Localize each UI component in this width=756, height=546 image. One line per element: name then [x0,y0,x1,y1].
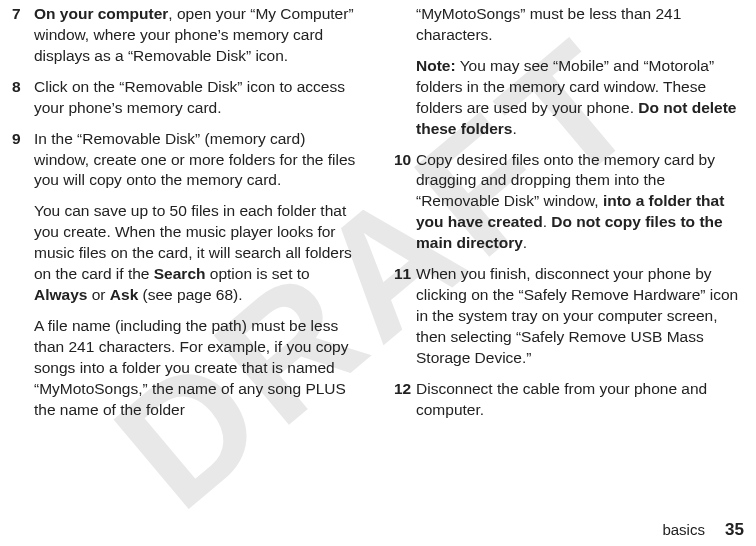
page-footer: basics 35 [662,520,744,540]
lead-bold: On your computer [34,5,168,22]
cont-p1: “MyMotoSongs” must be less than 241 char… [416,4,744,46]
text: option is set to [205,265,309,282]
search-label: Search [154,265,206,282]
always-label: Always [34,286,87,303]
step-9: 9 In the “Removable Disk” (memory card) … [12,129,362,421]
page-number: 35 [725,520,744,539]
step-10: 10 Copy desired files onto the memory ca… [394,150,744,255]
note-label: Note: [416,57,456,74]
text: . [523,234,527,251]
step-9-p1: In the “Removable Disk” (memory card) wi… [34,129,362,192]
text: (see page 68). [138,286,242,303]
step-7: 7 On your computer, open your “My Comput… [12,4,362,67]
step-body: “MyMotoSongs” must be less than 241 char… [416,4,744,140]
step-number: 12 [394,379,416,421]
step-8-text: Click on the “Removable Disk” icon to ac… [34,77,362,119]
step-12-text: Disconnect the cable from your phone and… [416,379,744,421]
step-body: When you finish, disconnect your phone b… [416,264,744,369]
ask-label: Ask [110,286,138,303]
page-content: 7 On your computer, open your “My Comput… [0,0,756,431]
right-column: “MyMotoSongs” must be less than 241 char… [394,4,744,431]
step-body: Click on the “Removable Disk” icon to ac… [34,77,362,119]
step-body: In the “Removable Disk” (memory card) wi… [34,129,362,421]
step-number: 7 [12,4,34,67]
step-number: 11 [394,264,416,369]
step-9-continued: “MyMotoSongs” must be less than 241 char… [394,4,744,140]
text: . [543,213,552,230]
step-9-p3: A file name (including the path) must be… [34,316,362,421]
step-number: 8 [12,77,34,119]
step-body: On your computer, open your “My Computer… [34,4,362,67]
step-number-blank [394,4,416,140]
step-body: Copy desired files onto the memory card … [416,150,744,255]
text: or [87,286,109,303]
step-10-text: Copy desired files onto the memory card … [416,150,744,255]
step-number: 9 [12,129,34,421]
step-11-text: When you finish, disconnect your phone b… [416,264,744,369]
left-column: 7 On your computer, open your “My Comput… [12,4,362,431]
step-11: 11 When you finish, disconnect your phon… [394,264,744,369]
text: . [512,120,516,137]
cont-p2: Note: You may see “Mobile” and “Motorola… [416,56,744,140]
step-body: Disconnect the cable from your phone and… [416,379,744,421]
step-8: 8 Click on the “Removable Disk” icon to … [12,77,362,119]
section-label: basics [662,521,705,538]
step-12: 12 Disconnect the cable from your phone … [394,379,744,421]
step-9-p2: You can save up to 50 files in each fold… [34,201,362,306]
step-number: 10 [394,150,416,255]
